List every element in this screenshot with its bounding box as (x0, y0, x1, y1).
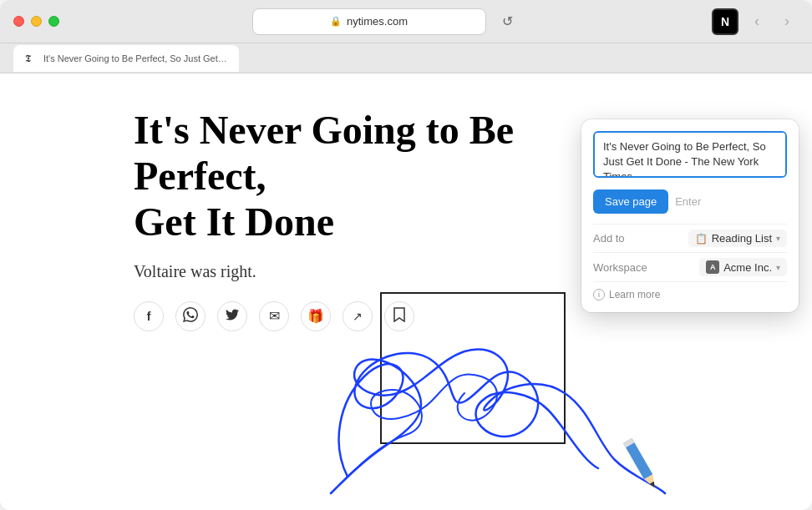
tab-favicon: 𝕿 (25, 53, 37, 64)
reading-list-icon: 📋 (695, 233, 708, 245)
workspace-chevron: ▾ (776, 263, 780, 272)
browser-window: 🔒 nytimes.com ↺ N ‹ › 𝕿 It's Never Going… (0, 0, 812, 510)
url-text: nytimes.com (347, 15, 408, 28)
notion-extension-icon[interactable]: N (712, 8, 738, 35)
article-title: It's Never Going to Be Perfect, Get It D… (134, 107, 551, 245)
back-icon: ‹ (754, 13, 759, 30)
title-bar: 🔒 nytimes.com ↺ N ‹ › (0, 0, 812, 43)
page-title-input[interactable] (593, 131, 787, 178)
tab-title: It's Never Going to Be Perfect, So Just … (43, 53, 227, 63)
popup-actions: Save page Enter (593, 189, 787, 214)
reading-list-chevron: ▾ (776, 234, 780, 243)
content-area: It's Never Going to Be Perfect, Get It D… (0, 73, 812, 510)
learn-more-label: Learn more (609, 289, 660, 300)
forward-icon: › (784, 13, 789, 30)
add-to-row: Add to 📋 Reading List ▾ (593, 224, 787, 252)
add-to-label: Add to (593, 232, 625, 245)
save-page-button[interactable]: Save page (593, 189, 668, 214)
learn-more-row[interactable]: i Learn more (593, 281, 787, 300)
reload-button[interactable]: ↺ (496, 10, 520, 33)
active-tab[interactable]: 𝕿 It's Never Going to Be Perfect, So Jus… (13, 45, 239, 72)
workspace-name: Acme Inc. (723, 261, 772, 274)
back-button[interactable]: ‹ (745, 10, 769, 33)
reading-list-label: Reading List (712, 232, 772, 245)
workspace-selector[interactable]: A Acme Inc. ▾ (699, 258, 787, 276)
reload-icon: ↺ (502, 13, 513, 29)
enter-hint: Enter (675, 195, 701, 208)
info-icon: i (593, 289, 605, 300)
notion-popup: Save page Enter Add to 📋 Reading List ▾ … (581, 119, 799, 312)
browser-controls: N ‹ › (712, 8, 799, 35)
forward-button[interactable]: › (775, 10, 799, 33)
workspace-label: Workspace (593, 261, 647, 274)
address-bar-area: 🔒 nytimes.com ↺ (69, 8, 702, 35)
tab-bar: 𝕿 It's Never Going to Be Perfect, So Jus… (0, 43, 812, 73)
workspace-row: Workspace A Acme Inc. ▾ (593, 252, 787, 281)
address-bar[interactable]: 🔒 nytimes.com (252, 8, 486, 35)
minimize-button[interactable] (31, 16, 42, 27)
workspace-icon: A (706, 260, 719, 274)
maximize-button[interactable] (48, 16, 59, 27)
close-button[interactable] (13, 16, 24, 27)
lock-icon: 🔒 (330, 16, 342, 27)
traffic-lights (13, 16, 59, 27)
reading-list-selector[interactable]: 📋 Reading List ▾ (688, 230, 787, 247)
